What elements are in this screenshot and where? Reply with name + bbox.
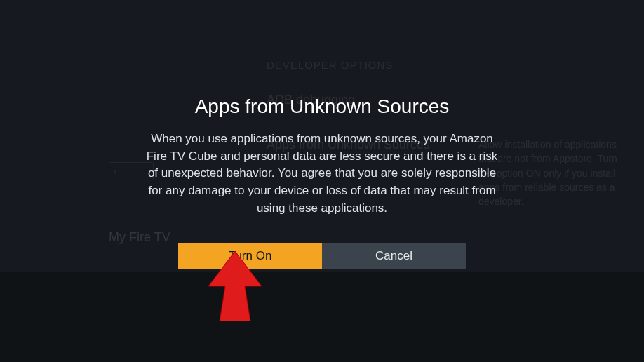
dialog-body-text: When you use applications from unknown s… [126,130,518,217]
turn-on-button[interactable]: Turn On [178,243,322,269]
dialog-button-row: Turn On Cancel [178,243,466,269]
dialog-title: Apps from Unknown Sources [126,95,518,118]
unknown-sources-dialog: Apps from Unknown Sources When you use a… [126,22,518,217]
cancel-button[interactable]: Cancel [322,243,466,269]
